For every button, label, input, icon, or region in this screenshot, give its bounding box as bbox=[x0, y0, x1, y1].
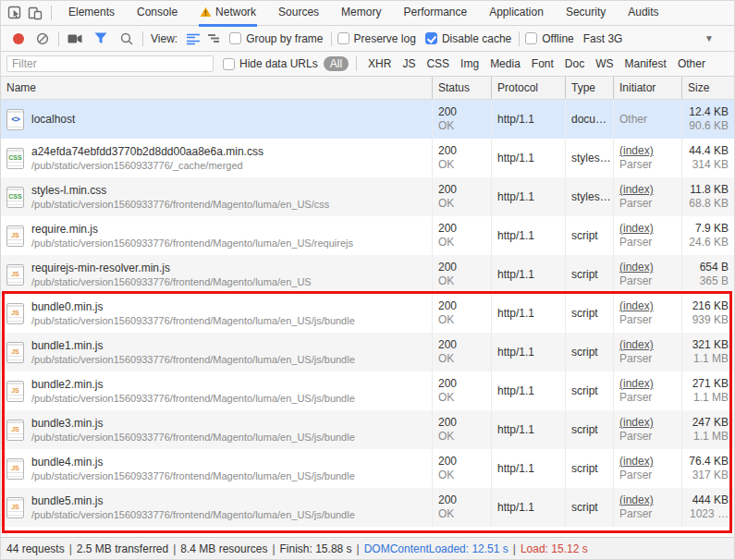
cell-size: 44.4 KB314 KB bbox=[681, 139, 734, 177]
initiator-link[interactable]: (index) bbox=[619, 183, 676, 197]
filter-pill-ws[interactable]: WS bbox=[595, 57, 613, 70]
filter-pill-xhr[interactable]: XHR bbox=[368, 57, 391, 70]
type-value: script bbox=[571, 346, 598, 359]
filter-pill-doc[interactable]: Doc bbox=[565, 57, 584, 70]
table-row[interactable]: JSbundle2.min.js/pub/static/version15609… bbox=[1, 371, 734, 410]
filter-pill-css[interactable]: CSS bbox=[426, 57, 449, 70]
initiator-link[interactable]: (index) bbox=[619, 377, 676, 391]
filter-pill-other[interactable]: Other bbox=[678, 57, 705, 70]
status-code: 200 bbox=[438, 144, 485, 158]
clear-button[interactable] bbox=[32, 29, 53, 49]
search-icon[interactable] bbox=[116, 29, 137, 49]
initiator-link[interactable]: (index) bbox=[619, 338, 676, 352]
device-toolbar-icon[interactable] bbox=[25, 3, 45, 23]
js-file-icon: JS bbox=[6, 458, 24, 480]
preserve-log-checkbox[interactable]: Preserve log bbox=[337, 32, 418, 45]
initiator-link[interactable]: (index) bbox=[619, 493, 676, 507]
disable-cache-checkbox[interactable]: Disable cache bbox=[425, 32, 513, 45]
divider bbox=[331, 31, 332, 46]
table-row[interactable]: <>localhost200OKhttp/1.1docu…Other12.4 K… bbox=[1, 100, 734, 139]
cell-protocol: http/1.1 bbox=[491, 255, 565, 294]
tab-security[interactable]: Security bbox=[565, 0, 606, 27]
initiator-type: Parser bbox=[619, 197, 676, 211]
cell-type: script bbox=[565, 488, 613, 527]
capture-screenshots-icon[interactable] bbox=[65, 29, 85, 49]
column-header-status[interactable]: Status bbox=[432, 77, 491, 99]
table-row[interactable]: JSbundle0.min.js/pub/static/version15609… bbox=[1, 294, 734, 333]
column-header-name[interactable]: Name bbox=[1, 77, 432, 99]
column-header-protocol[interactable]: Protocol bbox=[491, 77, 565, 99]
filter-pill-all[interactable]: All bbox=[324, 56, 349, 71]
record-button[interactable] bbox=[8, 29, 29, 49]
initiator-link[interactable]: (index) bbox=[619, 416, 676, 430]
checkbox-icon bbox=[223, 58, 235, 70]
table-row[interactable]: JSrequire.min.js/pub/static/version15609… bbox=[1, 216, 734, 255]
table-row[interactable]: CSSstyles-l.min.css/pub/static/version15… bbox=[1, 177, 734, 216]
inspect-element-icon[interactable] bbox=[5, 3, 25, 23]
divider bbox=[58, 31, 59, 46]
column-header-type[interactable]: Type bbox=[565, 77, 613, 99]
type-value: script bbox=[571, 229, 598, 242]
cell-status: 200OK bbox=[432, 333, 491, 371]
initiator-link[interactable]: (index) bbox=[619, 144, 676, 158]
tab-console[interactable]: Console bbox=[136, 0, 178, 27]
filter-pill-js[interactable]: JS bbox=[402, 57, 415, 70]
table-row[interactable]: JSrequirejs-min-resolver.min.js/pub/stat… bbox=[1, 255, 734, 294]
size-resource: 1023 … bbox=[690, 507, 729, 521]
tab-network[interactable]: Network bbox=[199, 0, 257, 27]
waterfall-timeline-icon[interactable] bbox=[203, 29, 224, 49]
chevron-down-icon[interactable]: ▼ bbox=[704, 33, 714, 43]
column-header-size[interactable]: Size bbox=[681, 77, 734, 99]
network-toolbar: View: Group by frame Preserve log Disabl… bbox=[1, 26, 734, 52]
size-transferred: 247 KB bbox=[692, 416, 729, 430]
table-row[interactable]: CSSa24efda74ebfdd3770b2d8dd00aa8e6a.min.… bbox=[1, 139, 734, 177]
tab-label: Security bbox=[566, 6, 606, 18]
tab-memory[interactable]: Memory bbox=[340, 0, 382, 27]
request-name: require.min.js bbox=[31, 223, 353, 237]
js-file-icon: JS bbox=[6, 420, 24, 441]
initiator-link[interactable]: (index) bbox=[619, 261, 676, 274]
tab-sources[interactable]: Sources bbox=[277, 0, 320, 27]
group-by-frame-label: Group by frame bbox=[246, 32, 323, 45]
tab-application[interactable]: Application bbox=[488, 0, 545, 27]
tab-performance[interactable]: Performance bbox=[402, 0, 468, 27]
filter-pill-media[interactable]: Media bbox=[490, 57, 521, 70]
initiator-link[interactable]: (index) bbox=[619, 299, 676, 313]
protocol-value: http/1.1 bbox=[497, 423, 534, 436]
request-path: /pub/static/version1560933776/frontend/M… bbox=[31, 275, 312, 288]
group-by-frame-checkbox[interactable]: Group by frame bbox=[229, 32, 325, 45]
filter-pill-font[interactable]: Font bbox=[532, 57, 554, 70]
cell-type: script bbox=[565, 449, 613, 488]
filter-pill-manifest[interactable]: Manifest bbox=[625, 57, 667, 70]
tab-label: Memory bbox=[341, 6, 381, 18]
initiator-link[interactable]: (index) bbox=[619, 455, 676, 469]
js-file-icon: JS bbox=[6, 264, 24, 286]
throttling-select[interactable]: Fast 3G bbox=[583, 32, 623, 45]
filter-funnel-icon[interactable] bbox=[91, 29, 111, 49]
large-request-rows-icon[interactable] bbox=[183, 29, 203, 49]
type-value: styles… bbox=[571, 152, 611, 164]
filter-pill-img[interactable]: Img bbox=[460, 57, 479, 70]
status-text: OK bbox=[438, 507, 485, 521]
table-row[interactable]: JSbundle3.min.js/pub/static/version15609… bbox=[1, 410, 734, 449]
filter-input[interactable] bbox=[6, 55, 214, 72]
status-text: OK bbox=[438, 352, 485, 366]
cell-initiator: (index)Parser bbox=[613, 449, 681, 488]
table-row[interactable]: JSbundle4.min.js/pub/static/version15609… bbox=[1, 449, 734, 488]
cell-status: 200OK bbox=[432, 294, 491, 333]
table-row[interactable]: JSbundle1.min.js/pub/static/version15609… bbox=[1, 333, 734, 371]
tab-elements[interactable]: Elements bbox=[67, 0, 116, 27]
cell-status: 200OK bbox=[432, 410, 491, 449]
status-code: 200 bbox=[438, 377, 485, 391]
initiator-link[interactable]: (index) bbox=[619, 222, 676, 236]
tab-audits[interactable]: Audits bbox=[627, 0, 659, 27]
js-file-icon: JS bbox=[6, 381, 24, 402]
column-header-initiator[interactable]: Initiator bbox=[613, 77, 681, 99]
cell-type: styles… bbox=[565, 177, 613, 216]
cell-protocol: http/1.1 bbox=[491, 333, 565, 371]
cell-name: JSrequire.min.js/pub/static/version15609… bbox=[1, 216, 432, 255]
table-row[interactable]: JSbundle5.min.js/pub/static/version15609… bbox=[1, 488, 734, 527]
hide-data-urls-checkbox[interactable]: Hide data URLs bbox=[223, 57, 320, 70]
offline-checkbox[interactable]: Offline bbox=[525, 32, 575, 45]
cell-initiator: (index)Parser bbox=[613, 294, 681, 333]
